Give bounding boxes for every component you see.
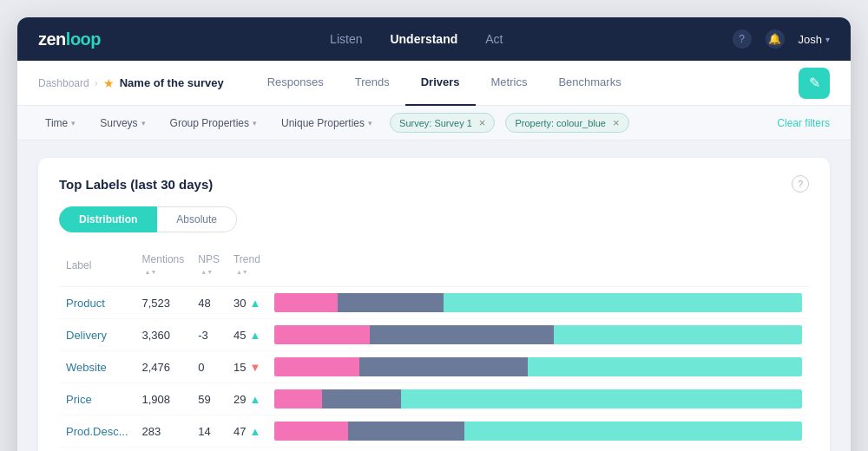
bell-icon[interactable]: 🔔 — [766, 29, 785, 49]
cell-mentions-4: 283 — [135, 415, 192, 448]
filter-tag-survey: Survey: Survey 1 × — [390, 113, 495, 133]
cell-label-3[interactable]: Price — [59, 383, 135, 415]
tab-metrics[interactable]: Metrics — [476, 61, 543, 106]
filter-bar: Time Surveys Group Properties Unique Pro… — [17, 106, 851, 141]
toggle-distribution[interactable]: Distribution — [59, 206, 157, 232]
edit-button[interactable]: ✎ — [799, 68, 830, 99]
cell-nps-4: 14 — [191, 415, 227, 448]
cell-label-4[interactable]: Prod.Desc... — [59, 415, 135, 448]
toggle-group: Distribution Absolute — [59, 206, 809, 232]
th-trend[interactable]: Trend ▲▼ — [227, 248, 267, 287]
nps-sort-arrows: ▲▼ — [201, 269, 213, 275]
th-mentions[interactable]: Mentions ▲▼ — [135, 248, 192, 287]
filter-unique-props[interactable]: Unique Properties — [274, 114, 379, 133]
filter-time[interactable]: Time — [38, 114, 82, 133]
bar-gray-4 — [348, 422, 464, 441]
breadcrumb-dashboard[interactable]: Dashboard — [38, 77, 89, 89]
cell-trend-3: 29▲ — [227, 383, 267, 415]
top-labels-card: Top Labels (last 30 days) ? Distribution… — [38, 158, 830, 451]
label-link-3[interactable]: Price — [66, 393, 92, 406]
bar-gray-3 — [322, 389, 401, 409]
cell-label-5[interactable]: Marketing — [59, 448, 135, 452]
card-title: Top Labels (last 30 days) — [59, 177, 213, 192]
sub-header: Dashboard › ★ Name of the survey Respons… — [17, 61, 851, 106]
logo: zenloop — [38, 29, 101, 49]
filter-surveys[interactable]: Surveys — [93, 114, 152, 133]
table-row: Product7,5234830▲ — [59, 287, 809, 319]
clear-filters-button[interactable]: Clear filters — [777, 117, 830, 129]
nav-right: ? 🔔 Josh — [733, 29, 830, 49]
cell-nps-5: 100 — [191, 448, 227, 452]
nav-act[interactable]: Act — [485, 32, 503, 46]
table-row: Prod.Desc...2831447▲ — [59, 415, 809, 448]
cell-trend-0: 30▲ — [227, 287, 267, 319]
filter-tag-property-remove[interactable]: × — [613, 116, 620, 129]
cell-nps-2: 0 — [191, 351, 227, 383]
nav-understand[interactable]: Understand — [390, 32, 457, 46]
table-row: Price1,9085929▲ — [59, 383, 809, 415]
label-link-2[interactable]: Website — [66, 361, 107, 374]
cell-label-1[interactable]: Delivery — [59, 319, 135, 351]
nav-links: Listen Understand Act — [330, 32, 503, 46]
tab-responses[interactable]: Responses — [252, 61, 339, 106]
th-label: Label — [59, 248, 135, 287]
mentions-sort-arrows: ▲▼ — [145, 269, 157, 275]
bar-pink-2 — [274, 357, 358, 376]
tab-nav: Responses Trends Drivers Metrics Benchma… — [252, 61, 799, 106]
breadcrumb-survey-name: Name of the survey — [120, 76, 224, 89]
cell-label-2[interactable]: Website — [59, 351, 135, 383]
trend-sort-arrows: ▲▼ — [236, 269, 248, 275]
filter-tag-survey-remove[interactable]: × — [479, 116, 486, 129]
breadcrumb-star: ★ — [103, 76, 115, 90]
help-icon[interactable]: ? — [733, 29, 752, 49]
cell-mentions-0: 7,523 — [135, 287, 192, 319]
bar-4 — [274, 422, 802, 441]
cell-label-0[interactable]: Product — [59, 287, 135, 319]
th-nps[interactable]: NPS ▲▼ — [191, 248, 227, 287]
trend-arrow-3: ▲ — [249, 393, 260, 406]
bar-pink-3 — [274, 389, 322, 409]
cell-bar-1 — [267, 319, 809, 351]
filter-tag-survey-text: Survey: Survey 1 — [399, 118, 472, 128]
bar-gray-0 — [338, 293, 444, 312]
filter-tag-property: Property: colour_blue × — [505, 113, 628, 133]
cell-bar-3 — [267, 383, 809, 415]
cell-trend-4: 47▲ — [227, 415, 267, 448]
cell-trend-1: 45▲ — [227, 319, 267, 351]
tab-drivers[interactable]: Drivers — [405, 61, 476, 106]
cell-nps-3: 59 — [191, 383, 227, 415]
cell-trend-2: 15▼ — [227, 351, 267, 383]
table-row: Marketing21110012▼ — [59, 448, 809, 452]
breadcrumb: Dashboard › ★ Name of the survey — [38, 76, 224, 90]
table-header-row: Label Mentions ▲▼ NPS ▲▼ Trend ▲▼ — [59, 248, 809, 287]
filter-group-props[interactable]: Group Properties — [163, 114, 264, 133]
toggle-absolute[interactable]: Absolute — [157, 206, 237, 232]
main-content: Top Labels (last 30 days) ? Distribution… — [17, 141, 851, 451]
cell-nps-0: 48 — [191, 287, 227, 319]
tab-trends[interactable]: Trends — [339, 61, 405, 106]
label-link-4[interactable]: Prod.Desc... — [66, 425, 128, 438]
bar-1 — [274, 325, 802, 344]
card-header: Top Labels (last 30 days) ? — [59, 175, 809, 193]
tab-benchmarks[interactable]: Benchmarks — [542, 61, 636, 106]
th-bar — [267, 248, 809, 287]
bar-gray-2 — [359, 357, 528, 376]
trend-arrow-1: ▲ — [249, 329, 260, 342]
cell-bar-0 — [267, 287, 809, 319]
card-help-icon[interactable]: ? — [792, 175, 809, 193]
filter-tag-property-text: Property: colour_blue — [515, 118, 606, 128]
label-link-1[interactable]: Delivery — [66, 329, 107, 342]
bar-0 — [274, 293, 802, 312]
cell-nps-1: -3 — [191, 319, 227, 351]
cell-mentions-2: 2,476 — [135, 351, 192, 383]
bar-teal-4 — [464, 422, 802, 441]
cell-trend-5: 12▼ — [227, 448, 267, 452]
bar-teal-0 — [444, 293, 802, 312]
table-body: Product7,5234830▲Delivery3,360-345▲Websi… — [59, 287, 809, 452]
cell-mentions-3: 1,908 — [135, 383, 192, 415]
user-menu[interactable]: Josh — [799, 33, 830, 46]
nav-listen[interactable]: Listen — [330, 32, 362, 46]
cell-bar-2 — [267, 351, 809, 383]
label-link-0[interactable]: Product — [66, 297, 105, 310]
labels-table: Label Mentions ▲▼ NPS ▲▼ Trend ▲▼ — [59, 248, 809, 451]
